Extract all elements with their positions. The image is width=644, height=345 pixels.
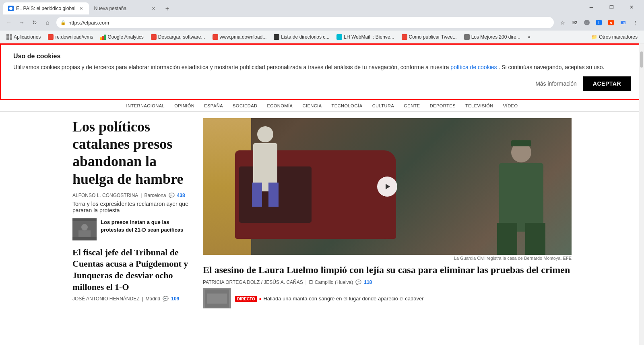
- tab-close-button[interactable]: ✕: [78, 5, 84, 12]
- nav-item-sociedad[interactable]: SOCIEDAD: [233, 103, 257, 108]
- url-bar[interactable]: 🔒 https://elpais.com: [56, 17, 554, 28]
- main-article-headline[interactable]: Los políticos catalanes presos abandonan…: [72, 118, 193, 188]
- extension-button-5[interactable]: TR: [617, 17, 629, 28]
- bookmark-pma[interactable]: www.pma.download...: [209, 32, 270, 42]
- minimize-button[interactable]: ─: [582, 1, 601, 14]
- main-article-meta: ALFONSO L. CONGOSTRINA | Barcelona 💬 438: [72, 193, 193, 198]
- folder-icon: 📁: [591, 34, 597, 40]
- extensions-more-button[interactable]: ⋮: [630, 17, 641, 28]
- second-author-separator: |: [142, 296, 143, 302]
- page-content: Uso de cookies Utilizamos cookies propia…: [0, 43, 644, 345]
- hero-article-title[interactable]: El asesino de Laura Luelmo limpió con le…: [203, 264, 572, 276]
- video-play-button[interactable]: [377, 177, 397, 197]
- svg-rect-11: [6, 37, 9, 40]
- svg-text:G: G: [585, 21, 588, 25]
- bookmark-label: www.pma.download...: [220, 34, 267, 40]
- title-bar: EL PAÍS: el periódico global ✕ Nueva pes…: [0, 0, 644, 14]
- cookie-more-info-button[interactable]: Más información: [535, 80, 577, 87]
- related-article: Los presos instan a que las protestas de…: [72, 218, 193, 240]
- bookmark-favicon-analytics: [100, 34, 106, 40]
- nav-item-internacional[interactable]: INTERNACIONAL: [126, 103, 165, 108]
- bookmark-label: re:download//cms: [55, 34, 93, 40]
- extension-button-4[interactable]: N: [605, 17, 617, 28]
- nav-item-gente[interactable]: GENTE: [404, 103, 420, 108]
- scrollbar-thumb[interactable]: [640, 51, 643, 68]
- bookmark-favicon-directorios: [274, 34, 279, 40]
- svg-rect-10: [10, 34, 12, 37]
- lock-icon: 🔒: [60, 20, 66, 25]
- bookmark-directorios[interactable]: Lista de directorios c...: [270, 32, 332, 42]
- cookie-accept-button[interactable]: ACEPTAR: [583, 76, 631, 91]
- bookmark-analytics[interactable]: Google Analytics: [97, 32, 147, 42]
- right-column: La Guardia Civil registra la casa de Ber…: [203, 118, 572, 308]
- bookmark-redownload[interactable]: re:download//cms: [45, 32, 96, 42]
- hero-article-author: PATRICIA ORTEGA DOLZ / JESÚS A. CAÑAS: [203, 279, 303, 285]
- hero-article-comments[interactable]: 118: [364, 279, 372, 285]
- hero-article-meta: PATRICIA ORTEGA DOLZ / JESÚS A. CAÑAS | …: [203, 279, 572, 285]
- hero-separator: |: [305, 279, 307, 285]
- page-scrollbar[interactable]: [639, 43, 644, 345]
- extension-button-2[interactable]: G: [581, 17, 592, 28]
- close-button[interactable]: ✕: [622, 1, 641, 14]
- refresh-button[interactable]: ↻: [29, 17, 40, 28]
- bookmark-twitter[interactable]: Como publicar Twee...: [398, 32, 460, 42]
- bookmark-label: Google Analytics: [107, 34, 143, 40]
- main-article-summary: Torra y los expresidentes reclamaron aye…: [72, 201, 193, 214]
- nav-item-opinion[interactable]: OPINIÓN: [174, 103, 194, 108]
- bookmark-mejores[interactable]: Los Mejores 200 dire...: [461, 32, 524, 42]
- related-article-text: Los presos instan a que las protestas de…: [101, 218, 193, 234]
- inactive-tab-close-button[interactable]: ✕: [150, 5, 157, 12]
- author-separator: |: [140, 193, 142, 198]
- bookmark-label: Lista de directorios c...: [281, 34, 329, 40]
- bookmark-aplicaciones[interactable]: Aplicaciones: [3, 32, 44, 42]
- second-comment-icon: 💬: [163, 296, 169, 302]
- nav-item-cultura[interactable]: CULTURA: [372, 103, 394, 108]
- inactive-tab[interactable]: Nueva pestaña ✕: [89, 2, 161, 14]
- svg-rect-13: [100, 37, 102, 40]
- nav-item-tecnologia[interactable]: TECNOLOGÍA: [332, 103, 363, 108]
- bookmark-star-button[interactable]: ☆: [557, 17, 568, 28]
- extension-button-1[interactable]: 92: [569, 17, 580, 28]
- bookmark-label: LH WebMail :: Bienve...: [344, 34, 394, 40]
- bookmark-descargar[interactable]: Descargar, software...: [148, 32, 208, 42]
- svg-rect-12: [10, 37, 12, 40]
- breaking-news-image: [203, 288, 231, 308]
- hero-article-location: El Campillo (Huelva): [309, 279, 353, 285]
- bookmark-folder-otros[interactable]: 📁 Otros marcadores: [588, 32, 641, 42]
- nav-item-espana[interactable]: ESPAÑA: [204, 103, 223, 108]
- nav-item-ciencia[interactable]: CIENCIA: [302, 103, 322, 108]
- svg-point-17: [81, 224, 88, 230]
- url-text: https://elpais.com: [68, 20, 550, 26]
- second-article-comments[interactable]: 109: [171, 296, 179, 302]
- breaking-news-text[interactable]: Hallada una manta con sangre en el lugar…: [263, 296, 423, 302]
- main-article-comments[interactable]: 438: [177, 193, 185, 198]
- home-button[interactable]: ⌂: [42, 17, 53, 28]
- svg-point-0: [9, 7, 12, 10]
- cookie-actions: Más información ACEPTAR: [13, 76, 631, 91]
- cookie-policy-link[interactable]: política de cookies: [450, 64, 497, 70]
- svg-text:N: N: [610, 21, 612, 25]
- back-button[interactable]: ←: [3, 17, 14, 28]
- extension-button-3[interactable]: f: [593, 17, 605, 28]
- forward-button[interactable]: →: [16, 17, 27, 28]
- main-content-area: Los políticos catalanes presos abandonan…: [0, 112, 644, 308]
- bookmark-favicon-descargar: [151, 34, 157, 40]
- bookmark-label: Como publicar Twee...: [409, 34, 457, 40]
- nav-item-television[interactable]: TELEVISIÓN: [465, 103, 493, 108]
- nav-item-deportes[interactable]: DEPORTES: [430, 103, 456, 108]
- bookmark-label: Los Mejores 200 dire...: [471, 34, 520, 40]
- cookie-text-after-link: . Si continúas navegando, aceptas su uso…: [498, 64, 604, 70]
- bookmark-favicon-twitter: [402, 34, 407, 40]
- related-article-title[interactable]: Los presos instan a que las protestas de…: [101, 219, 183, 233]
- bookmark-webmail[interactable]: LH WebMail :: Bienve...: [333, 32, 397, 42]
- bookmark-more[interactable]: »: [524, 32, 534, 42]
- second-article-headline[interactable]: El fiscal jefe del Tribunal de Cuentas a…: [72, 247, 193, 293]
- nav-item-economia[interactable]: ECONOMÍA: [267, 103, 293, 108]
- inactive-tab-title: Nueva pestaña: [94, 6, 148, 11]
- active-tab[interactable]: EL PAÍS: el periódico global ✕: [3, 2, 89, 14]
- nav-item-video[interactable]: VÍDEO: [503, 103, 518, 108]
- new-tab-button[interactable]: +: [161, 3, 173, 14]
- tab-strip: EL PAÍS: el periódico global ✕ Nueva pes…: [3, 0, 580, 14]
- maximize-button[interactable]: ❐: [602, 1, 621, 14]
- bookmark-favicon-webmail: [336, 34, 342, 40]
